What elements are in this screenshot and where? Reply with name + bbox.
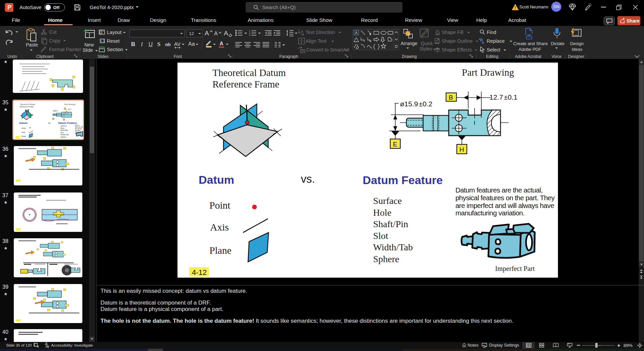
- svg-text:1: 1: [249, 30, 250, 32]
- svg-text:ø15.9: ø15.9: [53, 110, 57, 112]
- svg-text:12.7: 12.7: [68, 108, 71, 110]
- svg-text:H: H: [459, 146, 464, 153]
- svg-text:E: E: [393, 141, 397, 148]
- svg-text:3: 3: [249, 34, 250, 36]
- svg-text:B: B: [449, 94, 453, 101]
- svg-text:A: A: [301, 30, 304, 34]
- svg-text:A: A: [355, 31, 358, 35]
- svg-text:12.7±0.1: 12.7±0.1: [489, 93, 518, 101]
- svg-text:ø15.9±0.2: ø15.9±0.2: [400, 100, 432, 108]
